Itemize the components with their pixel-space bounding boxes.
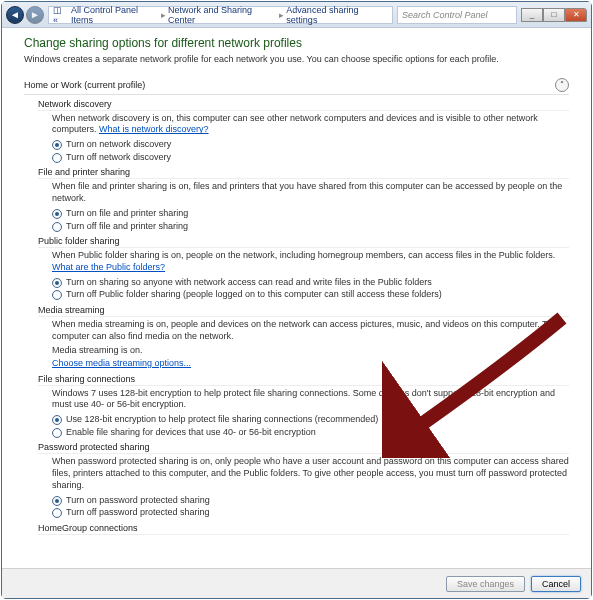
- radio-icon: [52, 140, 62, 150]
- link-what-is-network-discovery[interactable]: What is network discovery?: [99, 124, 209, 134]
- section-file-printer-sharing: File and printer sharing When file and p…: [38, 167, 569, 232]
- section-public-folder-sharing: Public folder sharing When Public folder…: [38, 236, 569, 301]
- footer: Save changes Cancel: [2, 568, 591, 598]
- section-description: Windows 7 uses 128-bit encryption to hel…: [52, 388, 569, 411]
- back-button[interactable]: ◄: [6, 6, 24, 24]
- radio-128bit-encryption[interactable]: Use 128-bit encryption to help protect f…: [52, 414, 569, 426]
- radio-password-protected-off[interactable]: Turn off password protected sharing: [52, 507, 569, 519]
- window-controls: _ □ ✕: [521, 8, 587, 22]
- section-description: When media streaming is on, people and d…: [52, 319, 569, 342]
- section-title: HomeGroup connections: [38, 523, 569, 535]
- section-description: When Public folder sharing is on, people…: [52, 250, 569, 273]
- breadcrumb[interactable]: ◫ « All Control Panel Items▸ Network and…: [48, 6, 393, 24]
- content-area: Change sharing options for different net…: [2, 28, 591, 568]
- section-file-sharing-connections: File sharing connections Windows 7 uses …: [38, 374, 569, 439]
- page-title: Change sharing options for different net…: [24, 36, 569, 50]
- maximize-button[interactable]: □: [543, 8, 565, 22]
- link-what-are-public-folders[interactable]: What are the Public folders?: [52, 262, 165, 272]
- profile-header[interactable]: Home or Work (current profile) ˄: [24, 76, 569, 95]
- radio-icon: [52, 415, 62, 425]
- radio-icon: [52, 428, 62, 438]
- section-title: Media streaming: [38, 305, 569, 317]
- section-title: File and printer sharing: [38, 167, 569, 179]
- section-title: File sharing connections: [38, 374, 569, 386]
- section-network-discovery: Network discovery When network discovery…: [38, 99, 569, 164]
- radio-icon: [52, 508, 62, 518]
- radio-icon: [52, 153, 62, 163]
- close-button[interactable]: ✕: [565, 8, 587, 22]
- breadcrumb-icon: ◫ «: [53, 5, 69, 25]
- search-input[interactable]: Search Control Panel: [397, 6, 517, 24]
- page-subtitle: Windows creates a separate network profi…: [24, 54, 569, 66]
- section-description: When password protected sharing is on, o…: [52, 456, 569, 491]
- radio-file-printer-off[interactable]: Turn off file and printer sharing: [52, 221, 569, 233]
- section-title: Network discovery: [38, 99, 569, 111]
- section-title: Password protected sharing: [38, 442, 569, 454]
- cancel-button[interactable]: Cancel: [531, 576, 581, 592]
- media-streaming-status: Media streaming is on.: [52, 345, 569, 357]
- radio-public-folder-on[interactable]: Turn on sharing so anyone with network a…: [52, 277, 569, 289]
- radio-icon: [52, 209, 62, 219]
- section-password-protected-sharing: Password protected sharing When password…: [38, 442, 569, 518]
- collapse-icon[interactable]: ˄: [555, 78, 569, 92]
- section-title: Public folder sharing: [38, 236, 569, 248]
- minimize-button[interactable]: _: [521, 8, 543, 22]
- link-media-streaming-options[interactable]: Choose media streaming options...: [52, 358, 569, 370]
- radio-password-protected-on[interactable]: Turn on password protected sharing: [52, 495, 569, 507]
- radio-network-discovery-off[interactable]: Turn off network discovery: [52, 152, 569, 164]
- save-changes-button[interactable]: Save changes: [446, 576, 525, 592]
- radio-icon: [52, 278, 62, 288]
- section-description: When file and printer sharing is on, fil…: [52, 181, 569, 204]
- control-panel-window: ◄ ► ◫ « All Control Panel Items▸ Network…: [1, 1, 592, 599]
- section-description: When network discovery is on, this compu…: [52, 113, 569, 136]
- radio-40-56bit-encryption[interactable]: Enable file sharing for devices that use…: [52, 427, 569, 439]
- titlebar: ◄ ► ◫ « All Control Panel Items▸ Network…: [2, 2, 591, 28]
- radio-network-discovery-on[interactable]: Turn on network discovery: [52, 139, 569, 151]
- radio-public-folder-off[interactable]: Turn off Public folder sharing (people l…: [52, 289, 569, 301]
- radio-icon: [52, 496, 62, 506]
- radio-file-printer-on[interactable]: Turn on file and printer sharing: [52, 208, 569, 220]
- section-media-streaming: Media streaming When media streaming is …: [38, 305, 569, 370]
- radio-icon: [52, 290, 62, 300]
- radio-icon: [52, 222, 62, 232]
- section-homegroup-connections: HomeGroup connections: [38, 523, 569, 535]
- nav-buttons: ◄ ►: [6, 6, 44, 24]
- forward-button[interactable]: ►: [26, 6, 44, 24]
